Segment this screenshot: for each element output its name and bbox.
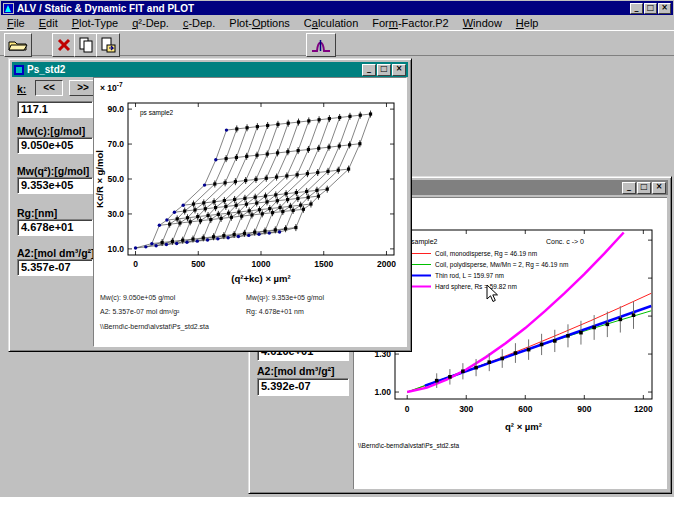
copy-button[interactable] bbox=[74, 33, 98, 57]
open-file-button[interactable] bbox=[4, 33, 32, 57]
svg-text:Coil, polydisperse, Mw/Mn = 2,: Coil, polydisperse, Mw/Mn = 2, Rg = 46.1… bbox=[435, 261, 568, 269]
minimize-button[interactable]: _ bbox=[362, 64, 376, 76]
k-label: k: bbox=[17, 83, 26, 95]
mwq2-field[interactable]: 9.353e+05 bbox=[17, 177, 93, 194]
a2-field[interactable]: 5.392e-07 bbox=[257, 378, 349, 396]
export-page-icon bbox=[100, 37, 116, 53]
minimize-button[interactable]: _ bbox=[622, 182, 636, 194]
svg-text:× 10-7: × 10-7 bbox=[100, 81, 123, 93]
menu-c-dep-[interactable]: c-Dep. bbox=[176, 17, 222, 29]
svg-text:\\Bernd\c-bernd\alvstat\Ps_std: \\Bernd\c-bernd\alvstat\Ps_std2.sta bbox=[358, 442, 460, 450]
zimm-window-title: Ps_std2 bbox=[27, 64, 65, 75]
menu-window[interactable]: Window bbox=[456, 17, 509, 29]
menu-calculation[interactable]: Calculation bbox=[297, 17, 365, 29]
close-button[interactable]: × bbox=[658, 3, 671, 14]
svg-text:90.0: 90.0 bbox=[107, 104, 124, 114]
form-window-controls: _ □ × bbox=[622, 182, 666, 194]
delete-button[interactable] bbox=[52, 33, 76, 57]
a2-label: A2:[mol dm³/g²] bbox=[257, 365, 335, 377]
zimm-plot-box: 050010001500200010.030.050.070.090.0× 10… bbox=[93, 77, 407, 347]
svg-text:2000: 2000 bbox=[377, 259, 396, 269]
anno-a2: A2: 5.357e-07 mol dm³/g² bbox=[100, 308, 179, 315]
svg-text:1200: 1200 bbox=[634, 404, 653, 414]
svg-text:0: 0 bbox=[133, 259, 138, 269]
delete-x-icon bbox=[57, 38, 71, 52]
svg-text:300: 300 bbox=[459, 404, 473, 414]
toolbar bbox=[0, 30, 674, 56]
svg-text:10.0: 10.0 bbox=[107, 244, 124, 254]
screen: ALV / Static & Dynamic FIT and PLOT _ □ … bbox=[0, 0, 674, 505]
mwq2-label: Mw(q²):[g/mol] bbox=[17, 165, 89, 177]
svg-text:1000: 1000 bbox=[252, 259, 271, 269]
app-title-bar[interactable]: ALV / Static & Dynamic FIT and PLOT _ □ … bbox=[1, 1, 673, 15]
close-button[interactable]: × bbox=[652, 182, 666, 194]
anno-file-path: \\Bernd\c-bernd\alvstat\Ps_std2.sta bbox=[100, 323, 209, 330]
maximize-button[interactable]: □ bbox=[637, 182, 651, 194]
svg-text:50.0: 50.0 bbox=[107, 174, 124, 184]
close-button[interactable]: × bbox=[392, 64, 406, 76]
menu-edit[interactable]: Edit bbox=[32, 17, 65, 29]
svg-text:Coil, monodisperse, Rg = 46.19: Coil, monodisperse, Rg = 46.19 nm bbox=[435, 250, 537, 258]
mwc-label: Mw(c):[g/mol] bbox=[17, 125, 85, 137]
anno-rg: Rg: 4.678e+01 nm bbox=[246, 308, 304, 315]
svg-text:ps sample2: ps sample2 bbox=[140, 109, 174, 117]
svg-text:0: 0 bbox=[405, 404, 410, 414]
zimm-plot: 050010001500200010.030.050.070.090.0× 10… bbox=[94, 78, 406, 292]
svg-text:q² × µm²: q² × µm² bbox=[505, 421, 542, 432]
app-window-controls: _ □ × bbox=[630, 3, 671, 14]
k-value-field[interactable]: 117.1 bbox=[17, 101, 93, 118]
menu-form-factor-p2[interactable]: Form-Factor.P2 bbox=[365, 17, 455, 29]
svg-text:Kc/R × g/mol: Kc/R × g/mol bbox=[94, 150, 105, 208]
maximize-button[interactable]: □ bbox=[644, 3, 657, 14]
a2-field[interactable]: 5.357e-07 bbox=[17, 259, 93, 276]
mouse-cursor bbox=[486, 284, 500, 308]
svg-text:600: 600 bbox=[518, 404, 532, 414]
mwc-field[interactable]: 9.050e+05 bbox=[17, 137, 93, 154]
menu-file[interactable]: File bbox=[0, 17, 32, 29]
svg-text:Thin rod, L = 159.97 nm: Thin rod, L = 159.97 nm bbox=[435, 272, 504, 279]
bottom-strip bbox=[0, 497, 674, 505]
svg-text:1500: 1500 bbox=[314, 259, 333, 269]
menu-bar: FileEditPlot-Typeq²-Dep.c-Dep.Plot-Optio… bbox=[0, 15, 674, 30]
anno-mwc: Mw(c): 9.050e+05 g/mol bbox=[100, 294, 175, 301]
svg-text:(q²+kc) × µm²: (q²+kc) × µm² bbox=[231, 273, 290, 284]
maximize-button[interactable]: □ bbox=[377, 64, 391, 76]
menu-q-dep-[interactable]: q²-Dep. bbox=[125, 17, 176, 29]
form-factor-peak-icon bbox=[310, 37, 332, 53]
document-icon bbox=[14, 65, 24, 75]
svg-text:30.0: 30.0 bbox=[107, 209, 124, 219]
minimize-button[interactable]: _ bbox=[630, 3, 643, 14]
rg-field[interactable]: 4.678e+01 bbox=[17, 219, 93, 236]
svg-text:900: 900 bbox=[577, 404, 591, 414]
export-button[interactable] bbox=[96, 33, 120, 57]
menu-help[interactable]: Help bbox=[509, 17, 546, 29]
menu-plot-type[interactable]: Plot-Type bbox=[65, 17, 125, 29]
svg-text:Conc. c -> 0: Conc. c -> 0 bbox=[546, 238, 584, 245]
zimm-window[interactable]: Ps_std2 _ □ × k: << >> 117.1 Mw(c):[g/mo… bbox=[8, 58, 412, 352]
svg-text:Hard sphere, Rs = 59.82 nm: Hard sphere, Rs = 59.82 nm bbox=[435, 283, 517, 291]
app-title: ALV / Static & Dynamic FIT and PLOT bbox=[17, 3, 194, 14]
menu-plot-options[interactable]: Plot-Options bbox=[222, 17, 297, 29]
rg-label: Rg:[nm] bbox=[17, 207, 57, 219]
svg-text:70.0: 70.0 bbox=[107, 139, 124, 149]
form-factor-button[interactable] bbox=[306, 33, 336, 57]
svg-text:500: 500 bbox=[191, 259, 205, 269]
copy-icon bbox=[78, 37, 94, 53]
open-file-icon bbox=[8, 38, 28, 52]
k-prev-button[interactable]: << bbox=[35, 80, 63, 96]
anno-mwq2: Mw(q²): 9.353e+05 g/mol bbox=[246, 294, 324, 301]
app-icon bbox=[3, 3, 14, 14]
svg-text:1.00: 1.00 bbox=[374, 387, 391, 397]
a2-label: A2:[mol dm³/g²] bbox=[17, 247, 95, 259]
zimm-plot-content: 050010001500200010.030.050.070.090.0× 10… bbox=[94, 81, 396, 284]
svg-text:sample2: sample2 bbox=[411, 238, 438, 246]
alv-app-window: ALV / Static & Dynamic FIT and PLOT _ □ … bbox=[0, 0, 674, 497]
zimm-window-title-bar[interactable]: Ps_std2 _ □ × bbox=[12, 62, 408, 77]
zimm-window-controls: _ □ × bbox=[362, 64, 406, 76]
